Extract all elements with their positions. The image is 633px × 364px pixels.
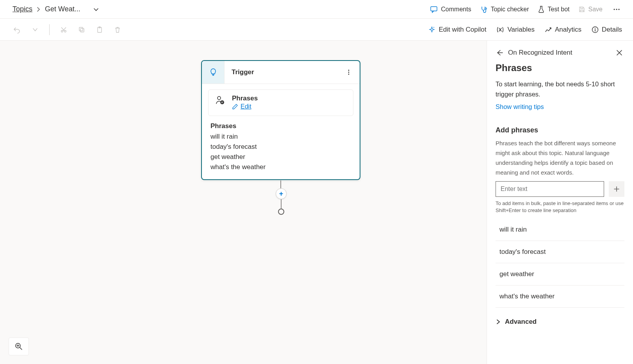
undo-button[interactable] <box>11 23 23 36</box>
svg-point-14 <box>348 70 349 71</box>
comment-icon <box>430 5 438 13</box>
svg-point-16 <box>348 74 349 75</box>
undo-dropdown-button[interactable] <box>29 23 41 36</box>
cut-button[interactable] <box>57 23 70 36</box>
person-chat-icon <box>215 95 226 105</box>
node-phrase-item: today's forecast <box>210 142 351 152</box>
close-icon <box>616 49 623 56</box>
chevron-right-icon <box>36 7 41 12</box>
analytics-button[interactable]: Analytics <box>545 26 581 34</box>
advanced-section-toggle[interactable]: Advanced <box>496 315 624 329</box>
panel-phrase-item[interactable]: today's forecast <box>496 241 624 263</box>
panel-phrases-list: will it rain today's forecast get weathe… <box>496 219 624 308</box>
panel-close-button[interactable] <box>614 48 624 58</box>
arrow-left-icon <box>496 49 503 57</box>
test-bot-button[interactable]: Test bot <box>538 5 570 13</box>
toolbar-separator <box>49 24 50 35</box>
node-phrase-item: will it rain <box>210 132 351 142</box>
node-phrases-label: Phrases <box>210 122 351 130</box>
panel-intro-text: To start learning, the bot needs 5-10 sh… <box>496 79 624 99</box>
comments-button[interactable]: Comments <box>430 5 471 13</box>
copy-button[interactable] <box>75 23 88 36</box>
phrases-card[interactable]: Phrases Edit <box>208 89 353 116</box>
details-label: Details <box>602 26 622 34</box>
svg-rect-8 <box>80 29 84 32</box>
chevron-right-icon <box>496 319 501 325</box>
topic-checker-button[interactable]: Topic checker <box>480 5 529 13</box>
flask-icon <box>538 5 545 13</box>
save-label: Save <box>588 6 603 13</box>
svg-point-11 <box>433 27 434 28</box>
node-phrase-item: what's the weather <box>210 162 351 172</box>
trigger-icon <box>202 61 225 84</box>
trigger-node-body: Phrases Edit Phrases will it rain today'… <box>202 84 360 179</box>
panel-heading: Phrases <box>496 62 624 73</box>
editor-toolbar-left <box>11 23 124 36</box>
edit-with-copilot-label: Edit with Copilot <box>439 26 486 34</box>
add-node-button[interactable]: + <box>276 188 287 199</box>
svg-point-13 <box>595 28 596 29</box>
more-actions-button[interactable] <box>611 5 622 13</box>
edit-phrases-link[interactable]: Edit <box>232 103 258 110</box>
comments-label: Comments <box>441 6 471 13</box>
trigger-node-title: Trigger <box>225 68 341 76</box>
variables-label: Variables <box>507 26 535 34</box>
svg-point-4 <box>618 9 619 10</box>
test-bot-label: Test bot <box>548 6 570 13</box>
svg-rect-7 <box>79 27 83 31</box>
svg-point-6 <box>64 30 66 32</box>
edit-with-copilot-button[interactable]: Edit with Copilot <box>428 26 486 34</box>
trigger-node[interactable]: Trigger Phrases Edit <box>201 60 360 180</box>
add-phrases-heading: Add phrases <box>496 126 624 134</box>
svg-point-17 <box>218 96 221 100</box>
node-phrases-list: Phrases will it rain today's forecast ge… <box>208 122 353 172</box>
show-writing-tips-link[interactable]: Show writing tips <box>496 103 544 111</box>
breadcrumb-bar: Topics Get Weat... Comments Topic checke… <box>0 0 633 19</box>
magnifier-plus-icon <box>14 342 23 351</box>
breadcrumb: Topics Get Weat... <box>12 3 102 16</box>
topic-checker-label: Topic checker <box>491 6 529 13</box>
panel-back-title: On Recognized Intent <box>508 49 572 57</box>
panel-phrase-item[interactable]: what's the weather <box>496 285 624 308</box>
phrases-card-title: Phrases <box>232 95 258 102</box>
analytics-label: Analytics <box>555 26 581 34</box>
edit-phrases-label: Edit <box>241 103 251 110</box>
save-icon <box>578 6 585 13</box>
svg-point-2 <box>613 9 615 10</box>
topbar-actions: Comments Topic checker Test bot Save <box>430 5 622 13</box>
editor-toolbar: Edit with Copilot Variables Analytics De… <box>0 19 633 41</box>
sparkle-icon <box>428 26 435 33</box>
analytics-icon <box>545 26 552 33</box>
paste-button[interactable] <box>93 23 106 36</box>
zoom-button[interactable] <box>9 337 29 355</box>
stethoscope-icon <box>480 5 488 13</box>
terminal-node <box>278 209 284 215</box>
breadcrumb-dropdown-button[interactable] <box>90 3 102 16</box>
svg-point-1 <box>485 8 487 9</box>
variables-icon <box>496 26 504 33</box>
delete-button[interactable] <box>111 23 124 36</box>
svg-point-5 <box>61 30 63 32</box>
node-connector-line <box>281 199 282 209</box>
panel-phrase-item[interactable]: get weather <box>496 263 624 285</box>
svg-point-15 <box>348 72 349 73</box>
pencil-icon <box>232 103 238 110</box>
add-phrase-button[interactable] <box>609 181 624 197</box>
panel-phrase-item[interactable]: will it rain <box>496 219 624 241</box>
svg-rect-0 <box>431 7 437 11</box>
details-button[interactable]: Details <box>592 26 622 34</box>
trigger-node-header: Trigger <box>202 61 360 84</box>
trigger-node-more-button[interactable] <box>341 64 357 80</box>
add-phrases-description: Phrases teach the bot different ways som… <box>496 138 624 177</box>
svg-point-18 <box>220 100 224 104</box>
save-button[interactable]: Save <box>578 6 603 13</box>
authoring-canvas[interactable]: Trigger Phrases Edit <box>0 41 487 364</box>
add-phrase-hint: To add items in bulk, paste in line-sepa… <box>496 200 624 214</box>
properties-panel: On Recognized Intent Phrases To start le… <box>487 41 633 364</box>
panel-back-button[interactable] <box>496 49 503 57</box>
variables-button[interactable]: Variables <box>496 26 535 34</box>
info-icon <box>592 26 599 33</box>
editor-toolbar-right: Edit with Copilot Variables Analytics De… <box>428 26 622 34</box>
add-phrase-input[interactable] <box>496 181 604 197</box>
breadcrumb-root-link[interactable]: Topics <box>12 5 32 13</box>
